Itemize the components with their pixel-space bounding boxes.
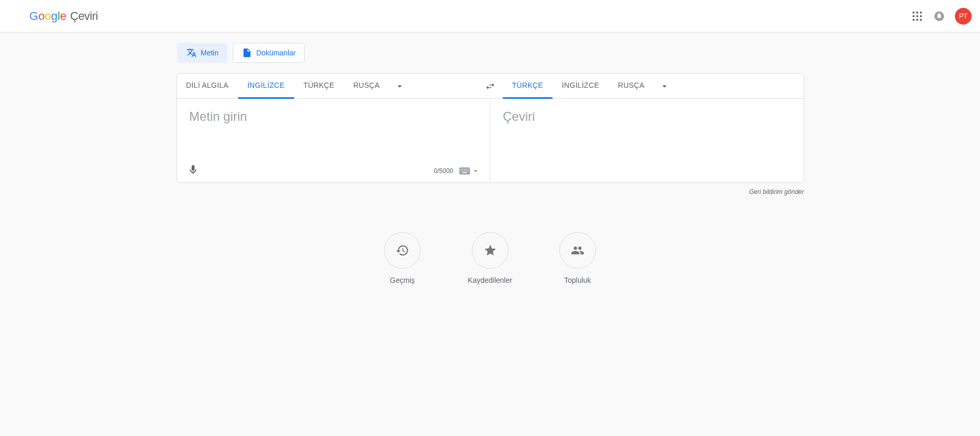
lang-source-detect[interactable]: DİLİ ALGILA (177, 74, 238, 99)
chevron-down-icon (472, 167, 479, 175)
history-icon (396, 244, 409, 257)
community-label: Topluluk (564, 276, 591, 284)
lang-source-turkish[interactable]: TÜRKÇE (294, 74, 344, 99)
language-bar: DİLİ ALGILA İNGİLİZCE TÜRKÇE RUSÇA TÜRKÇ… (177, 74, 804, 99)
svg-point-3 (920, 12, 922, 14)
source-language-group: DİLİ ALGILA İNGİLİZCE TÜRKÇE RUSÇA (177, 74, 478, 99)
svg-point-8 (916, 19, 918, 21)
svg-point-7 (913, 19, 915, 21)
svg-rect-13 (463, 168, 464, 169)
community-action[interactable]: Topluluk (559, 232, 596, 284)
char-count-label: 0/5000 (434, 167, 453, 175)
header-left: Google Çeviri (8, 9, 98, 23)
lang-target-english[interactable]: İNGİLİZCE (553, 74, 609, 99)
mic-icon (187, 164, 199, 176)
translate-icon (186, 48, 197, 58)
translate-card: DİLİ ALGILA İNGİLİZCE TÜRKÇE RUSÇA TÜRKÇ… (176, 73, 804, 183)
svg-rect-20 (466, 170, 467, 171)
lang-source-russian[interactable]: RUSÇA (344, 74, 389, 99)
people-icon (571, 244, 584, 257)
source-placeholder: Metin girin (189, 109, 478, 124)
svg-rect-18 (463, 170, 464, 171)
account-avatar[interactable]: PT (955, 8, 972, 25)
document-icon (242, 48, 252, 58)
app-name-label: Çeviri (70, 9, 98, 23)
bottom-actions: Geçmiş Kaydedilenler Topluluk (176, 232, 804, 284)
saved-circle (472, 232, 509, 269)
community-circle (559, 232, 596, 269)
svg-point-5 (916, 15, 918, 17)
saved-action[interactable]: Kaydedilenler (468, 232, 512, 284)
svg-rect-22 (462, 172, 467, 173)
lang-target-turkish[interactable]: TÜRKÇE (503, 74, 553, 99)
svg-point-1 (913, 12, 915, 14)
svg-point-6 (920, 15, 922, 17)
main-menu-button[interactable] (8, 10, 21, 22)
target-language-group: TÜRKÇE İNGİLİZCE RUSÇA (503, 74, 804, 99)
target-pane: Çeviri (490, 99, 804, 182)
svg-rect-19 (464, 170, 465, 171)
svg-rect-21 (468, 170, 469, 171)
svg-point-4 (913, 15, 915, 17)
bell-icon (933, 10, 945, 22)
history-circle (384, 232, 421, 269)
logo-wrap[interactable]: Google Çeviri (29, 9, 98, 23)
history-action[interactable]: Geçmiş (384, 232, 421, 284)
content-container: Metin Dokümanlar DİLİ ALGILA İNGİLİZCE T… (171, 43, 809, 284)
history-label: Geçmiş (390, 276, 414, 284)
translate-panes: Metin girin 0/5000 (177, 99, 804, 182)
google-apps-button[interactable] (911, 10, 923, 22)
source-more-languages[interactable] (389, 81, 410, 91)
svg-rect-14 (464, 168, 465, 169)
mic-button[interactable] (187, 164, 199, 177)
source-pane-bottom: 0/5000 (187, 164, 480, 177)
mode-tabs: Metin Dokümanlar (176, 43, 804, 63)
lang-target-russian[interactable]: RUSÇA (609, 74, 654, 99)
feedback-link[interactable]: Geri bildirim gönder (176, 188, 804, 196)
star-icon (483, 244, 497, 257)
keyboard-icon (459, 167, 470, 175)
tab-text-label: Metin (201, 49, 219, 57)
target-placeholder: Çeviri (503, 109, 791, 124)
keyboard-toggle[interactable] (459, 167, 479, 175)
tab-documents-label: Dokümanlar (256, 49, 296, 57)
source-pane[interactable]: Metin girin 0/5000 (177, 99, 491, 182)
svg-rect-17 (461, 170, 462, 171)
tab-documents[interactable]: Dokümanlar (233, 43, 305, 63)
main-area: Metin Dokümanlar DİLİ ALGILA İNGİLİZCE T… (0, 32, 980, 436)
svg-rect-12 (461, 168, 462, 169)
apps-grid-icon (913, 12, 922, 21)
saved-label: Kaydedilenler (468, 276, 512, 284)
header-right: PT (911, 8, 972, 25)
svg-rect-15 (466, 168, 467, 169)
svg-point-9 (920, 19, 922, 21)
swap-icon (485, 81, 495, 91)
notifications-button[interactable] (933, 10, 945, 22)
char-count-area: 0/5000 (434, 167, 479, 175)
swap-languages-button[interactable] (478, 81, 503, 91)
tab-text[interactable]: Metin (177, 43, 228, 63)
lang-source-english[interactable]: İNGİLİZCE (238, 74, 294, 99)
app-header: Google Çeviri PT (0, 0, 980, 32)
svg-rect-16 (468, 168, 469, 169)
svg-text:Google: Google (29, 10, 66, 22)
chevron-down-icon (659, 81, 670, 91)
target-more-languages[interactable] (654, 81, 675, 91)
chevron-down-icon (395, 81, 405, 91)
svg-point-2 (916, 12, 918, 14)
google-logo-icon: Google (29, 10, 68, 22)
